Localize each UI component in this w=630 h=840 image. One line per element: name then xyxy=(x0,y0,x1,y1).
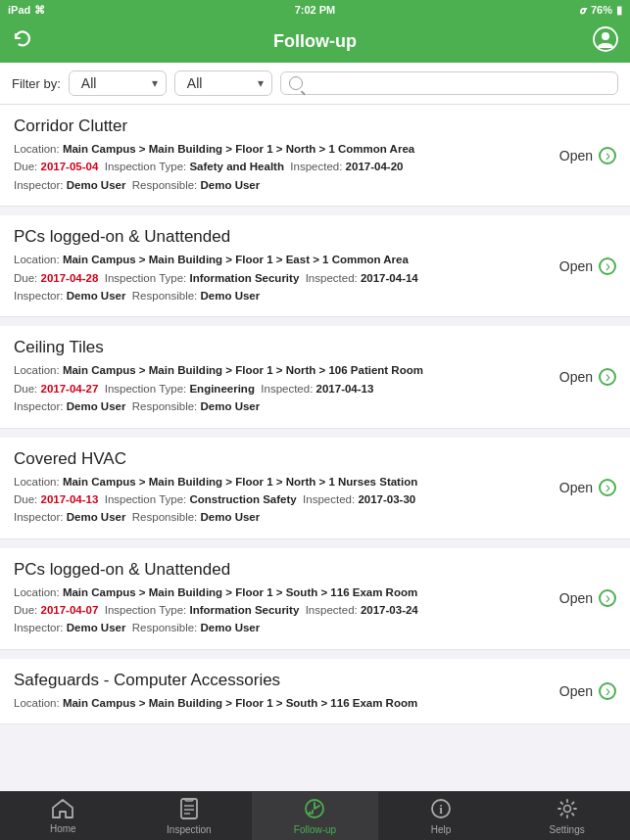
filter-select-2-value: All xyxy=(187,75,203,91)
svg-rect-2 xyxy=(181,799,197,818)
item-meta: Location: Main Campus > Main Building > … xyxy=(14,694,552,712)
status-left: iPad ⌘ xyxy=(8,4,45,17)
header-title: Follow-up xyxy=(273,31,357,52)
list-item-body: Covered HVAC Location: Main Campus > Mai… xyxy=(14,449,559,527)
chevron-right-icon[interactable] xyxy=(599,589,616,607)
tab-followup-label: Follow-up xyxy=(294,824,336,835)
inspector-label: Inspector: Demo User Responsible: Demo U… xyxy=(14,290,260,302)
filter-bar: Filter by: All ▾ All ▾ xyxy=(0,63,630,105)
inspection-icon xyxy=(179,798,199,822)
item-title: Safeguards - Computer Accessories xyxy=(14,671,552,690)
filter-select-2-chevron: ▾ xyxy=(258,76,264,90)
list-item-body: Corridor Clutter Location: Main Campus >… xyxy=(14,117,559,194)
chevron-right-icon[interactable] xyxy=(599,257,616,275)
list-item-body: Safeguards - Computer Accessories Locati… xyxy=(14,671,559,712)
list-item-body: Ceiling Tiles Location: Main Campus > Ma… xyxy=(14,338,559,415)
list-item[interactable]: Ceiling Tiles Location: Main Campus > Ma… xyxy=(0,326,630,428)
tab-inspection-label: Inspection xyxy=(167,824,212,835)
tab-home[interactable]: Home xyxy=(0,792,126,840)
status-badge: Open xyxy=(559,369,593,385)
item-meta: Location: Main Campus > Main Building > … xyxy=(14,583,552,637)
location-label: Location: Main Campus > Main Building > … xyxy=(14,254,409,265)
list-item[interactable]: Corridor Clutter Location: Main Campus >… xyxy=(0,105,630,207)
svg-text:i: i xyxy=(439,802,443,817)
filter-select-1-chevron: ▾ xyxy=(152,76,158,90)
tab-help-label: Help xyxy=(431,824,452,835)
bluetooth-icon: 𝞼 xyxy=(580,4,587,17)
location-label: Location: Main Campus > Main Building > … xyxy=(14,364,423,376)
search-icon xyxy=(289,76,303,90)
tab-help[interactable]: i Help xyxy=(378,792,505,840)
header: Follow-up xyxy=(0,20,630,63)
item-right: Open xyxy=(559,479,616,496)
svg-point-1 xyxy=(602,32,609,40)
status-badge: Open xyxy=(559,480,593,495)
chevron-right-icon[interactable] xyxy=(599,147,616,164)
help-icon: i xyxy=(430,798,452,822)
list-item[interactable]: PCs logged-on & Unattended Location: Mai… xyxy=(0,548,630,650)
status-bar: iPad ⌘ 7:02 PM 𝞼 76% ▮ xyxy=(0,0,630,20)
item-title: Corridor Clutter xyxy=(14,117,552,136)
wifi-icon: ⌘ xyxy=(34,4,45,17)
tab-followup[interactable]: Follow-up xyxy=(252,792,378,840)
location-label: Location: Main Campus > Main Building > … xyxy=(14,586,417,598)
filter-select-2[interactable]: All ▾ xyxy=(174,70,272,96)
chevron-right-icon[interactable] xyxy=(599,368,616,386)
item-title: PCs logged-on & Unattended xyxy=(14,227,552,247)
filter-select-1[interactable]: All ▾ xyxy=(69,70,167,96)
status-time: 7:02 PM xyxy=(295,4,336,16)
item-right: Open xyxy=(559,147,616,164)
location-label: Location: Main Campus > Main Building > … xyxy=(14,143,414,155)
search-box[interactable] xyxy=(280,71,618,95)
item-right: Open xyxy=(559,368,616,386)
list-item[interactable]: Safeguards - Computer Accessories Locati… xyxy=(0,659,630,724)
item-meta: Location: Main Campus > Main Building > … xyxy=(14,361,552,415)
tab-settings[interactable]: Settings xyxy=(504,792,630,840)
location-label: Location: Main Campus > Main Building > … xyxy=(14,697,417,709)
due-label: Due: 2017-05-04 Inspection Type: Safety … xyxy=(14,161,403,172)
item-title: Covered HVAC xyxy=(14,449,552,469)
battery-label: 76% xyxy=(591,4,612,16)
tab-inspection[interactable]: Inspection xyxy=(126,792,253,840)
inspector-label: Inspector: Demo User Responsible: Demo U… xyxy=(14,511,260,523)
filter-label: Filter by: xyxy=(12,76,61,91)
carrier-label: iPad xyxy=(8,4,30,16)
status-badge: Open xyxy=(559,590,593,606)
home-icon xyxy=(52,799,73,821)
tab-bar: Home Inspection Follow-up xyxy=(0,791,630,840)
tab-home-label: Home xyxy=(50,823,76,834)
item-meta: Location: Main Campus > Main Building > … xyxy=(14,251,552,304)
due-label: Due: 2017-04-13 Inspection Type: Constru… xyxy=(14,493,415,505)
due-label: Due: 2017-04-27 Inspection Type: Enginee… xyxy=(14,383,373,395)
due-label: Due: 2017-04-07 Inspection Type: Informa… xyxy=(14,604,418,616)
status-badge: Open xyxy=(559,683,593,699)
item-right: Open xyxy=(559,589,616,607)
item-right: Open xyxy=(559,257,616,275)
item-meta: Location: Main Campus > Main Building > … xyxy=(14,140,552,194)
inspector-label: Inspector: Demo User Responsible: Demo U… xyxy=(14,179,260,191)
tab-settings-label: Settings xyxy=(550,824,585,835)
item-meta: Location: Main Campus > Main Building > … xyxy=(14,473,552,527)
list-item-body: PCs logged-on & Unattended Location: Mai… xyxy=(14,560,559,637)
item-right: Open xyxy=(559,682,616,700)
settings-icon xyxy=(557,798,578,822)
list-item[interactable]: PCs logged-on & Unattended Location: Mai… xyxy=(0,215,630,317)
profile-button[interactable] xyxy=(593,26,618,57)
content-list: Corridor Clutter Location: Main Campus >… xyxy=(0,105,630,792)
item-title: Ceiling Tiles xyxy=(14,338,552,357)
refresh-button[interactable] xyxy=(12,27,33,55)
inspector-label: Inspector: Demo User Responsible: Demo U… xyxy=(14,622,260,633)
svg-point-10 xyxy=(563,805,570,812)
chevron-right-icon[interactable] xyxy=(599,682,616,700)
battery-icon: ▮ xyxy=(616,4,622,17)
list-item-body: PCs logged-on & Unattended Location: Mai… xyxy=(14,227,559,304)
status-badge: Open xyxy=(559,148,593,163)
followup-icon xyxy=(304,798,325,822)
filter-select-1-value: All xyxy=(81,75,97,91)
due-label: Due: 2017-04-28 Inspection Type: Informa… xyxy=(14,272,418,284)
status-badge: Open xyxy=(559,258,593,274)
location-label: Location: Main Campus > Main Building > … xyxy=(14,476,417,488)
inspector-label: Inspector: Demo User Responsible: Demo U… xyxy=(14,400,260,412)
chevron-right-icon[interactable] xyxy=(599,479,616,496)
list-item[interactable]: Covered HVAC Location: Main Campus > Mai… xyxy=(0,438,630,539)
